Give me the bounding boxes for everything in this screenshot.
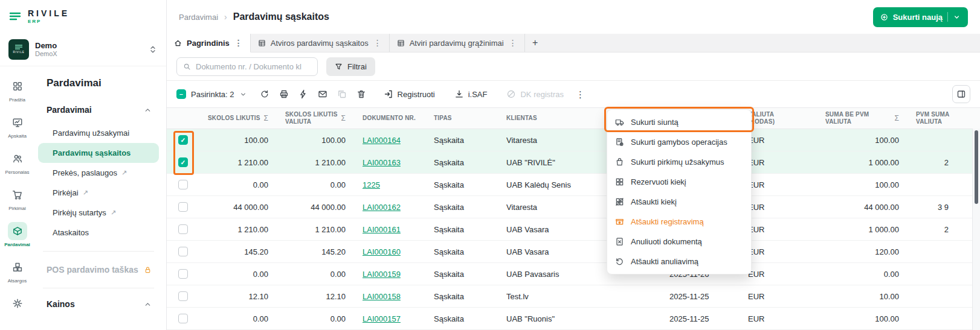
col-dokumento-nr[interactable]: DOKUMENTO NR.: [354, 108, 425, 129]
chevron-up-icon: [144, 300, 152, 308]
tab-atviri-grazinimai[interactable]: Atviri pardavimų grąžinimai ⋮: [390, 34, 525, 52]
row-checkbox[interactable]: ✓: [178, 247, 188, 256]
tab-atviros-saskaitos[interactable]: Atviros pardavimų sąskaitos ⋮: [251, 34, 390, 52]
document-link[interactable]: LAI000164: [363, 136, 401, 145]
dk-registras-button[interactable]: DK registras: [500, 85, 570, 103]
row-checkbox[interactable]: ✓: [178, 135, 188, 145]
trash-icon: [356, 89, 366, 99]
menu-item-rezervuoti-kieki[interactable]: Rezervuoti kiekį: [607, 172, 751, 192]
select-all-checkbox[interactable]: –: [176, 89, 186, 99]
sidebar-nav-item[interactable]: Ataskaitos ↗: [38, 223, 159, 243]
nav-section-pardavimai[interactable]: Pardavimai: [38, 103, 159, 123]
nav-item-pos-locked[interactable]: POS pardavimo taškas: [38, 260, 159, 279]
document-link[interactable]: LAI000157: [363, 314, 401, 323]
plus-circle-icon: [880, 13, 888, 21]
sum-icon[interactable]: Σ: [341, 114, 346, 123]
menu-item-gamybos-operacijas[interactable]: Sukurti gamybos operacijas: [607, 132, 751, 152]
refresh-button[interactable]: [256, 85, 274, 103]
col-skolos-likutis[interactable]: SKOLOS LIKUTISΣ: [199, 108, 277, 129]
menu-item-sukurti-siunta[interactable]: Sukurti siuntą: [607, 112, 751, 132]
vertical-scrollbar[interactable]: [972, 129, 980, 330]
col-tipas[interactable]: TIPAS: [425, 108, 498, 129]
create-new-button[interactable]: Sukurti naują: [873, 7, 968, 27]
nav-section-kainos[interactable]: Kainos: [38, 297, 159, 317]
table-row[interactable]: ✓ 0.00 0.00 LAI000159 Sąskaita UAB Pavas…: [167, 263, 980, 285]
search-input[interactable]: [196, 62, 311, 71]
isaf-export-button[interactable]: i.SAF: [448, 85, 494, 103]
row-checkbox[interactable]: ✓: [178, 157, 188, 167]
menu-item-atsaukti-kieki[interactable]: Atšaukti kiekį: [607, 192, 751, 212]
col-skolos-likutis-valiuta[interactable]: SKOLOS LIKUTIS VALIUTAΣ: [277, 108, 354, 129]
copy-button[interactable]: [333, 85, 351, 103]
register-button[interactable]: Registruoti: [378, 85, 441, 103]
company-switcher-caret-icon[interactable]: [148, 45, 158, 54]
rail-item-pardavimai[interactable]: Pardavimai: [0, 220, 34, 250]
sum-icon[interactable]: Σ: [894, 114, 899, 123]
scrollbar-thumb[interactable]: [975, 130, 978, 204]
breadcrumb-parent[interactable]: Pardavimai: [179, 13, 218, 22]
document-link[interactable]: LAI000158: [363, 292, 401, 301]
row-checkbox-cell: ✓: [167, 196, 199, 218]
menu-item-pirkimu-uzsakymus[interactable]: Sukurti pirkimų užsakymus: [607, 152, 751, 172]
menu-item-atsaukti-anuliavima[interactable]: Atšaukti anuliavimą: [607, 252, 751, 271]
hamburger-menu-icon[interactable]: [8, 10, 22, 23]
rail-item-partial[interactable]: [0, 292, 34, 315]
tab-menu-icon[interactable]: ⋮: [234, 39, 243, 47]
document-link[interactable]: 1225: [363, 180, 380, 189]
sum-icon[interactable]: Σ: [263, 114, 268, 123]
rail-item-pradzia[interactable]: Pradžia: [0, 75, 34, 105]
table-row[interactable]: ✓ 0.00 0.00 LAI000157 Sąskaita UAB "Ruon…: [167, 308, 980, 330]
tab-menu-icon[interactable]: ⋮: [509, 39, 517, 47]
table-row[interactable]: ✓ 1 210.00 1 210.00 LAI000163 Sąskaita U…: [167, 151, 980, 174]
table-row[interactable]: ✓ 44 000.00 44 000.00 LAI000162 Sąskaita…: [167, 196, 980, 218]
lock-icon: [144, 266, 152, 274]
table-row[interactable]: ✓ 12.10 12.10 LAI000158 Sąskaita Test.lv…: [167, 285, 980, 308]
column-settings-button[interactable]: [952, 85, 970, 103]
rail-item-atsargos[interactable]: Atsargos: [0, 256, 34, 286]
quick-actions-button[interactable]: [294, 85, 312, 103]
table-row[interactable]: ✓ 0.00 0.00 1225 Sąskaita UAB Kalėdų Sen…: [167, 174, 980, 196]
row-checkbox[interactable]: ✓: [178, 202, 188, 212]
rail-item-personalas[interactable]: Personalas: [0, 147, 34, 177]
sidebar-nav-item[interactable]: Pardavimų sąskaitos ↗: [38, 143, 159, 163]
menu-item-atsaukti-registravima[interactable]: Atšaukti registravimą: [607, 212, 751, 232]
row-checkbox[interactable]: ✓: [178, 314, 188, 323]
sidebar-nav-item[interactable]: Pirkėjai ↗: [38, 183, 159, 203]
toolbar-more-icon[interactable]: ⋮: [576, 90, 585, 99]
document-link[interactable]: LAI000159: [363, 270, 401, 279]
send-email-button[interactable]: [314, 85, 332, 103]
sidebar-nav-item[interactable]: Pardavimų užsakymai ↗: [38, 123, 159, 143]
cell-tipas: Sąskaita: [425, 241, 498, 263]
add-tab-button[interactable]: +: [525, 34, 546, 52]
tab-pagrindinis[interactable]: Pagrindinis ⋮: [167, 34, 251, 52]
row-checkbox[interactable]: ✓: [178, 180, 188, 189]
delete-button[interactable]: [352, 85, 370, 103]
document-link[interactable]: LAI000161: [363, 225, 401, 234]
table-row[interactable]: ✓ 1 210.00 1 210.00 LAI000161 Sąskaita U…: [167, 218, 980, 241]
document-link[interactable]: LAI000160: [363, 247, 401, 256]
col-suma-be-pvm[interactable]: SUMA BE PVM VALIUTAΣ: [817, 108, 907, 129]
table-row[interactable]: ✓ 145.20 145.20 LAI000160 Sąskaita UAB V…: [167, 241, 980, 263]
rail-item-pirkimai[interactable]: Pirkimai: [0, 183, 34, 214]
filter-button[interactable]: Filtrai: [326, 57, 375, 76]
document-gear-icon: [615, 138, 624, 147]
sidebar-nav-item[interactable]: Prekės, paslaugos ↗: [38, 163, 159, 183]
document-link[interactable]: LAI000162: [363, 203, 401, 212]
rail-item-apskaita[interactable]: Apskaita: [0, 111, 34, 141]
row-checkbox[interactable]: ✓: [178, 269, 188, 279]
table-row[interactable]: ✓ 100.00 100.00 LAI000164 Sąskaita Vitar…: [167, 129, 980, 151]
tab-menu-icon[interactable]: ⋮: [373, 39, 382, 47]
cell-pvm-suma: 3 9: [907, 196, 980, 218]
document-link[interactable]: LAI000163: [363, 158, 401, 167]
sidebar-nav-item[interactable]: Pirkėjų sutartys ↗: [38, 203, 159, 223]
row-checkbox[interactable]: ✓: [178, 224, 188, 234]
row-checkbox[interactable]: ✓: [178, 291, 188, 301]
nav-locked-label: POS pardavimo taškas: [47, 265, 138, 274]
col-pvm-suma[interactable]: PVM SUMA VALIUTA: [907, 108, 980, 129]
print-button[interactable]: [275, 85, 293, 103]
menu-item-anuliuoti-dokumenta[interactable]: Anuliuoti dokumentą: [607, 232, 751, 252]
cell-pvm-suma: [907, 129, 980, 151]
monitor-chart-icon: [12, 117, 23, 128]
selection-chip[interactable]: – Pasirinkta: 2: [176, 89, 247, 99]
company-selector[interactable]: RIVILE Demo DemoX: [0, 33, 166, 66]
